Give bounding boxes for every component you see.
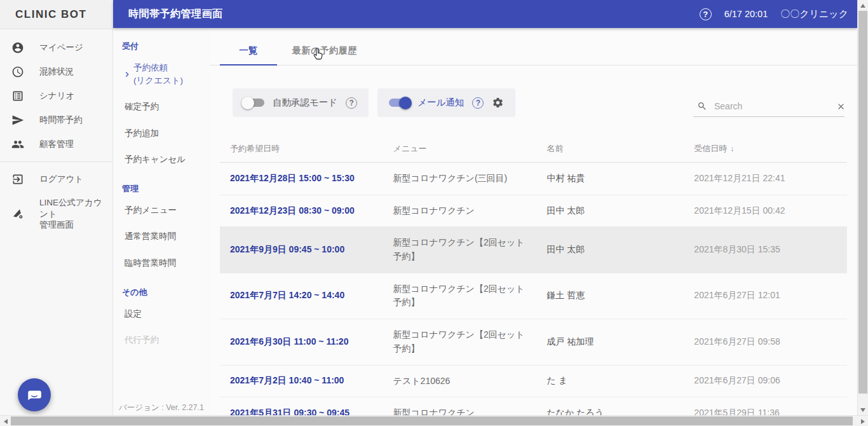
reservation-row[interactable]: 2021年6月30日 11:00 ~ 11:20新型コロナワクチン【2回セット予… xyxy=(220,319,847,365)
mail-notify-help-icon[interactable]: ? xyxy=(472,97,484,109)
sidebar-item-label: LINE公式アカウント管理画面 xyxy=(39,197,109,231)
cell-date: 2021年12月23日 08:30 ~ 09:00 xyxy=(220,196,383,226)
chat-fab-button[interactable] xyxy=(18,378,51,411)
sidebar-item[interactable]: 時間帯予約 xyxy=(0,108,112,132)
column-header[interactable]: メニュー xyxy=(383,143,537,155)
search-box xyxy=(693,97,844,117)
subnav-item[interactable]: 通常営業時間 xyxy=(122,223,205,250)
reservation-row[interactable]: 2021年5月31日 09:30 ~ 09:45新型コロナワクチンたなか たろう… xyxy=(220,397,847,415)
app-bar: 時間帯予約管理画面 ? 6/17 20:01 〇〇クリニック xyxy=(113,0,857,28)
subnav-item[interactable]: 予約依頼(リクエスト) xyxy=(122,55,205,93)
horizontal-scrollbar[interactable] xyxy=(0,415,868,426)
cell-name: 成戸 祐加理 xyxy=(536,327,684,357)
scroll-right-arrow-icon[interactable] xyxy=(857,416,868,426)
sort-desc-arrow-icon: ↓ xyxy=(730,144,734,153)
sidebar-item[interactable]: シナリオ xyxy=(0,84,112,108)
scroll-left-arrow-icon[interactable] xyxy=(0,416,11,426)
sidebar-item[interactable]: 顧客管理 xyxy=(0,132,112,156)
chat-bubble-icon xyxy=(26,387,43,403)
cell-received: 2021年8月30日 15:35 xyxy=(684,235,847,265)
subnav-item[interactable]: 予約追加 xyxy=(122,120,205,147)
mail-notify-label: メール通知 xyxy=(417,97,464,109)
cell-date: 2021年7月2日 10:40 ~ 11:00 xyxy=(220,366,383,395)
subnav-item: 代行予約 xyxy=(122,327,205,354)
mail-settings-gear-icon[interactable] xyxy=(492,97,504,109)
cell-date: 2021年5月31日 09:30 ~ 09:45 xyxy=(220,399,383,415)
mail-notify-switch[interactable] xyxy=(389,99,409,107)
scroll-up-arrow-icon[interactable] xyxy=(857,0,868,11)
tab-latest-history[interactable]: 最新の予約履歴 xyxy=(277,37,372,65)
column-header[interactable]: 名前 xyxy=(536,143,684,155)
subnav-item[interactable]: 臨時営業時間 xyxy=(122,250,205,277)
sidebar-item-label: マイページ xyxy=(39,42,83,53)
sidebar-divider xyxy=(0,161,112,162)
reservation-row[interactable]: 2021年7月2日 10:40 ~ 11:00テスト210626た ま2021年… xyxy=(220,366,847,398)
subnav-item[interactable]: 確定予約 xyxy=(122,93,205,120)
cell-received: 2021年5月29日 11:36 xyxy=(684,399,847,415)
cell-name: 田中 太郎 xyxy=(536,235,684,265)
page-title: 時間帯予約管理画面 xyxy=(128,8,223,21)
sub-sidebar: 受付予約依頼(リクエスト)確定予約予約追加予約キャンセル管理予約メニュー通常営業… xyxy=(113,28,210,415)
sidebar-item-label: 時間帯予約 xyxy=(39,114,83,126)
main-content: 一覧 最新の予約履歴 自動承認モード ? メール通知 ? 予約希望 xyxy=(210,28,857,415)
version-label: バージョン : Ver. 2.27.1 xyxy=(113,402,210,413)
cell-date: 2021年12月28日 15:00 ~ 15:30 xyxy=(220,164,383,193)
vertical-scrollbar[interactable] xyxy=(857,0,868,415)
help-icon[interactable]: ? xyxy=(700,8,712,20)
subnav-item[interactable]: 予約メニュー xyxy=(122,197,205,224)
cell-menu: 新型コロナワクチン【2回セット予約】 xyxy=(383,227,537,272)
search-icon xyxy=(697,101,707,111)
cell-date: 2021年6月30日 11:00 ~ 11:20 xyxy=(220,327,383,357)
horizontal-scroll-thumb[interactable] xyxy=(11,416,853,425)
sidebar-item[interactable]: ログアウト xyxy=(0,167,112,191)
cell-name: 中村 祐貴 xyxy=(536,164,684,193)
column-header[interactable]: 受信日時↓ xyxy=(684,143,847,155)
line-tool-icon xyxy=(11,207,24,220)
left-sidebar: マイページ混雑状況シナリオ時間帯予約顧客管理 ログアウトLINE公式アカウント管… xyxy=(0,29,113,415)
clock-icon xyxy=(11,65,24,78)
cell-name: 鎌土 哲恵 xyxy=(536,281,684,310)
app-logo: CLINIC BOT xyxy=(0,0,113,29)
cell-received: 2021年6月27日 12:01 xyxy=(684,281,847,310)
tab-list[interactable]: 一覧 xyxy=(220,37,277,65)
subnav-section-title: その他 xyxy=(122,287,205,298)
reservation-row[interactable]: 2021年9月9日 09:45 ~ 10:00新型コロナワクチン【2回セット予約… xyxy=(220,227,847,273)
sidebar-item[interactable]: 混雑状況 xyxy=(0,60,112,84)
auto-approve-help-icon[interactable]: ? xyxy=(346,97,357,109)
reservation-row[interactable]: 2021年12月23日 08:30 ~ 09:00新型コロナワクチン田中 太郎2… xyxy=(220,195,847,228)
subnav-item[interactable]: 設定 xyxy=(122,301,205,327)
cell-name: たなか たろう xyxy=(536,399,684,415)
table-header-row: 予約希望日時メニュー名前受信日時↓ xyxy=(220,135,847,163)
cell-menu: 新型コロナワクチン xyxy=(383,195,537,227)
auto-approve-switch[interactable] xyxy=(244,99,264,107)
cell-menu: テスト210626 xyxy=(383,366,537,397)
vertical-scroll-thumb[interactable] xyxy=(858,11,867,394)
subnav-section-title: 受付 xyxy=(122,41,205,52)
search-clear-icon[interactable] xyxy=(836,102,846,111)
clinic-name-menu[interactable]: 〇〇クリニック xyxy=(780,8,848,20)
scroll-down-arrow-icon[interactable] xyxy=(857,404,868,415)
reservation-row[interactable]: 2021年12月28日 15:00 ~ 15:30新型コロナワクチン(三回目)中… xyxy=(220,163,847,195)
sidebar-item[interactable]: マイページ xyxy=(0,36,112,60)
cell-menu: 新型コロナワクチン xyxy=(383,397,537,415)
toolbar: 自動承認モード ? メール通知 ? xyxy=(233,88,844,117)
sidebar-item-label: 混雑状況 xyxy=(39,66,74,78)
sidebar-item[interactable]: LINE公式アカウント管理画面 xyxy=(0,191,112,237)
chevron-right-icon xyxy=(122,69,132,79)
reservations-table: 予約希望日時メニュー名前受信日時↓ 2021年12月28日 15:00 ~ 15… xyxy=(220,135,847,415)
people-icon xyxy=(11,138,24,151)
sidebar-item-label: シナリオ xyxy=(39,90,74,102)
cell-menu: 新型コロナワクチン【2回セット予約】 xyxy=(383,319,537,364)
mail-notify-toggle-group: メール通知 ? xyxy=(377,88,515,117)
cell-menu: 新型コロナワクチン(三回目) xyxy=(383,163,537,195)
cell-date: 2021年9月9日 09:45 ~ 10:00 xyxy=(220,235,383,265)
subnav-item[interactable]: 予約キャンセル xyxy=(122,146,205,173)
cell-received: 2021年6月27日 09:58 xyxy=(684,327,847,357)
sidebar-item-label: 顧客管理 xyxy=(39,139,74,150)
cell-name: た ま xyxy=(536,366,684,395)
search-input[interactable] xyxy=(713,100,831,112)
column-header[interactable]: 予約希望日時 xyxy=(220,143,383,155)
cell-name: 田中 太郎 xyxy=(536,196,684,226)
reservation-row[interactable]: 2021年7月7日 14:20 ~ 14:40新型コロナワクチン【2回セット予約… xyxy=(220,273,847,319)
logout-icon xyxy=(11,173,24,186)
